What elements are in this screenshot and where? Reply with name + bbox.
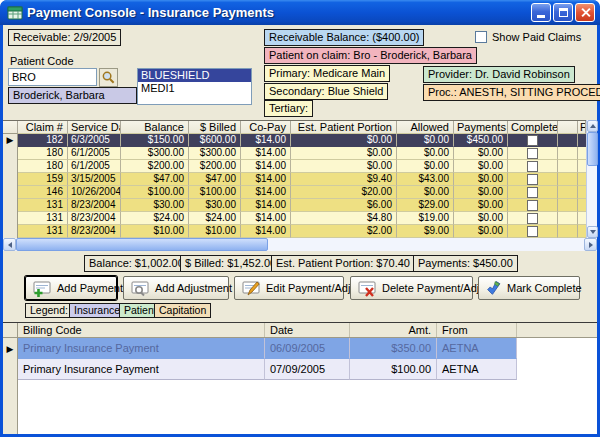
row-selector-cell[interactable]: ▶ [3,134,18,147]
claims-row[interactable]: ▶ 180 6/1/2005 $200.00 $200.00 $14.00 $0… [3,160,597,173]
edit-payment-icon [241,280,261,297]
scroll-up-button[interactable] [587,120,598,132]
column-header-complete[interactable]: Complete [508,121,558,134]
cell-allowed: $0.00 [397,134,454,147]
payment-row[interactable]: ▶ Primary Insurance Payment 07/09/2005 $… [3,359,597,380]
claims-vertical-scrollbar[interactable] [586,120,597,238]
edit-payment-button[interactable]: Edit Payment/Adj. [234,276,344,300]
cell-billed: $10.00 [189,225,241,238]
arrow-down-icon [590,230,596,234]
payment-console-window: Payment Console - Insurance Payments Rec… [0,0,600,437]
complete-checkbox[interactable] [527,226,538,237]
claims-row[interactable]: ▶ 182 6/3/2005 $150.00 $600.00 $14.00 $0… [3,134,597,147]
column-header-date[interactable]: Date [265,323,350,337]
claims-row[interactable]: ▶ 131 8/23/2004 $10.00 $10.00 $14.00 $2.… [3,225,597,238]
row-selector-header [3,121,18,134]
cell-payments: $450.00 [454,134,508,147]
claims-row[interactable]: ▶ 180 6/1/2005 $300.00 $300.00 $14.00 $0… [3,147,597,160]
cell-complete [508,199,558,212]
column-header-billed[interactable]: $ Billed [189,121,241,134]
row-selector-cell[interactable]: ▶ [3,147,18,160]
column-header-payments[interactable]: Payments [454,121,508,134]
add-payment-button[interactable]: Add Payment [25,276,117,300]
cell-service-date: 8/23/2004 [68,225,121,238]
complete-checkbox[interactable] [527,213,538,224]
column-header-est-patient-portion[interactable]: Est. Patient Portion [291,121,397,134]
cell-balance: $200.00 [121,160,189,173]
payments-row-selector-cell[interactable]: ▶ [3,359,18,380]
claims-horizontal-scrollbar[interactable] [3,238,597,251]
insurance-listbox[interactable]: BLUESHIELD MEDI1 [137,68,252,105]
maximize-button[interactable] [553,3,573,22]
complete-checkbox[interactable] [527,187,538,198]
claims-row[interactable]: ▶ 131 8/23/2004 $30.00 $30.00 $14.00 $6.… [3,199,597,212]
close-button[interactable] [575,3,595,22]
column-header-claim[interactable]: Claim # [18,121,68,134]
cell-allowed: $0.00 [397,147,454,160]
mark-complete-button[interactable]: Mark Complete [478,276,580,300]
cell-claim-number: 131 [18,212,68,225]
row-selector-cell[interactable]: ▶ [3,225,18,238]
cell-claim-number: 180 [18,147,68,160]
complete-checkbox[interactable] [527,200,538,211]
scroll-down-button[interactable] [587,226,598,238]
cell-partial [578,186,586,199]
legend-item: Capitation [154,303,211,318]
cell-copay: $14.00 [241,225,291,238]
row-selector-cell[interactable]: ▶ [3,160,18,173]
cell-balance: $10.00 [121,225,189,238]
insurance-list-item[interactable]: MEDI1 [138,82,251,95]
selected-row-arrow-icon: ▶ [7,135,14,145]
row-selector-cell[interactable]: ▶ [3,199,18,212]
complete-checkbox[interactable] [527,148,538,159]
column-header-billing-code[interactable]: Billing Code [18,323,265,337]
window-titlebar[interactable]: Payment Console - Insurance Payments [0,0,600,25]
claims-row[interactable]: ▶ 159 3/15/2005 $47.00 $47.00 $14.00 $9.… [3,173,597,186]
complete-checkbox[interactable] [527,135,538,146]
column-header-from[interactable]: From [437,323,517,337]
vertical-scroll-thumb[interactable] [587,132,598,166]
claims-row[interactable]: ▶ 146 10/26/2004 $100.00 $100.00 $14.00 … [3,186,597,199]
scroll-right-button[interactable] [584,238,597,251]
cell-complete [508,225,558,238]
arrow-right-icon [589,242,593,248]
payments-row-selector-cell[interactable]: ▶ [3,338,18,359]
minimize-icon [537,15,545,18]
cell-complete [508,212,558,225]
primary-insurance-box: Primary: Medicare Main [264,65,390,82]
show-paid-claims-checkbox[interactable] [475,31,487,43]
row-selector-cell[interactable]: ▶ [3,186,18,199]
complete-checkbox[interactable] [527,174,538,185]
payment-row[interactable]: ▶ Primary Insurance Payment 06/09/2005 $… [3,338,597,359]
row-selector-cell[interactable]: ▶ [3,212,18,225]
total-billed-box: $ Billed: $1,452.00 [180,255,281,272]
cell-payments: $0.00 [454,160,508,173]
column-header-copay[interactable]: Co-Pay [241,121,291,134]
add-adjustment-button[interactable]: Add Adjustment [123,276,229,300]
horizontal-scroll-thumb[interactable] [16,238,268,251]
complete-checkbox[interactable] [527,161,538,172]
insurance-list-item[interactable]: BLUESHIELD [138,69,251,82]
payments-grid-body: ▶ Primary Insurance Payment 06/09/2005 $… [3,338,597,380]
column-header-gap [558,121,578,134]
legend-item-label: Patient [124,304,157,316]
cell-from: AETNA [437,338,517,359]
column-header-allowed[interactable]: Allowed [397,121,454,134]
column-header-partial[interactable]: P [578,121,586,134]
claims-row[interactable]: ▶ 131 8/23/2004 $24.00 $24.00 $14.00 $4.… [3,212,597,225]
cell-balance: $300.00 [121,147,189,160]
cell-service-date: 8/23/2004 [68,199,121,212]
column-header-service-date[interactable]: Service Date [68,121,121,134]
patient-code-input[interactable] [8,68,97,86]
row-selector-cell[interactable]: ▶ [3,173,18,186]
minimize-button[interactable] [531,3,551,22]
search-button[interactable] [99,68,118,87]
cell-payments: $0.00 [454,173,508,186]
column-header-amount[interactable]: Amt. [350,323,437,337]
column-header-balance[interactable]: Balance [121,121,189,134]
cell-est-patient-portion: $0.00 [291,134,397,147]
delete-payment-button[interactable]: Delete Payment/Adj. [350,276,473,300]
show-paid-claims-label: Show Paid Claims [492,31,581,43]
scroll-left-button[interactable] [3,238,16,251]
receivable-box: Receivable: 2/9/2005 [8,29,121,46]
